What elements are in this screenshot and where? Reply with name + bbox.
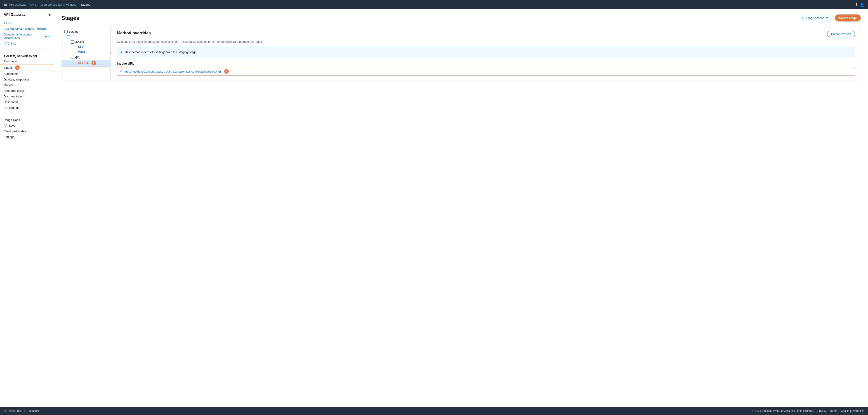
staging-label: staging	[69, 30, 79, 33]
cookie-preferences-link[interactable]: Cookie preferences	[841, 409, 864, 413]
breadcrumb-api-name[interactable]: fcj-serverless-api (ftty6fqyc0)	[40, 3, 77, 6]
invoke-url-section: Invoke URL ⧉ https://ftty6fqyc0.execute-…	[117, 62, 855, 76]
page-header: Stages Stage actions ▼ Create stage	[61, 14, 861, 22]
tree-item-root[interactable]: − /	[62, 34, 111, 39]
sidebar: API Gateway ◀ APIs Custom domain names U…	[0, 9, 54, 407]
sidebar-item-vpc-links[interactable]: VPC links	[0, 41, 54, 46]
sidebar-item-settings[interactable]: Settings	[0, 134, 54, 140]
sidebar-item-usage-plans[interactable]: Usage plans	[0, 117, 54, 123]
new-badge: New	[43, 35, 51, 38]
split-panel: − staging − / − /books GET	[61, 26, 861, 81]
detail-actions: Create override	[827, 31, 855, 37]
invoke-url-label: Invoke URL	[117, 62, 855, 65]
sidebar-collapse-icon[interactable]: ◀	[48, 13, 51, 17]
detail-panel: Method overrides Create override By defa…	[112, 26, 861, 80]
sidebar-item-custom-domain[interactable]: Custom domain names Updated	[0, 26, 54, 32]
breadcrumb-apis[interactable]: APIs	[30, 3, 36, 6]
sidebar-item-apis[interactable]: APIs	[0, 20, 54, 26]
page-actions: Stage actions ▼ Create stage	[802, 14, 861, 22]
top-nav: ☰ API Gateway › APIs › fcj-serverless-ap…	[0, 0, 868, 9]
tree-resizer[interactable]: ⋮	[110, 26, 111, 80]
sidebar-bottom-section: Usage plans API keys Client certificates…	[0, 116, 54, 140]
tree-item-staging[interactable]: − staging	[62, 29, 111, 34]
sidebar-item-models[interactable]: Models	[0, 82, 54, 88]
books-label: /books	[75, 40, 84, 44]
sidebar-title-text: API Gateway	[4, 13, 26, 17]
invoke-url-box: ⧉ https://ftty6fqyc0.execute-api.us-east…	[117, 67, 855, 76]
sidebar-authorizers-label: Authorizers	[4, 72, 19, 75]
sidebar-item-client-certificates[interactable]: Client certificates	[0, 128, 54, 134]
info-circle-icon: ℹ	[121, 50, 122, 54]
terminal-icon: ⬛	[4, 409, 7, 413]
sidebar-item-domain-access[interactable]: Domain name access associations New	[0, 32, 54, 41]
info-icon[interactable]: ℹ	[856, 2, 857, 7]
sidebar-custom-domain-label: Custom domain names	[4, 27, 34, 31]
tree-item-delete[interactable]: DELETE 2	[62, 60, 111, 66]
sidebar-item-dashboard[interactable]: Dashboard	[0, 99, 54, 105]
breadcrumb-current: Stages	[81, 3, 90, 6]
main-layout: API Gateway ◀ APIs Custom domain names U…	[0, 9, 868, 407]
hamburger-icon[interactable]: ☰	[4, 2, 7, 7]
books-expand-icon: −	[71, 40, 74, 44]
stage-actions-label: Stage actions	[806, 16, 824, 20]
footer-left: ⬛ CloudShell | Feedback	[4, 409, 39, 413]
cloudshell-button[interactable]: ⬛ CloudShell	[4, 409, 22, 413]
nav-left: ☰ API Gateway › APIs › fcj-serverless-ap…	[4, 2, 90, 7]
sidebar-usage-plans-label: Usage plans	[4, 118, 20, 122]
tree-item-post[interactable]: POST	[62, 50, 111, 55]
sidebar-documentation-label: Documentation	[4, 95, 23, 98]
user-icon[interactable]: 👤	[860, 2, 864, 7]
delete-label: DELETE	[78, 62, 89, 65]
create-override-label: Create override	[831, 32, 851, 36]
tree-item-books[interactable]: − /books	[62, 39, 111, 44]
stage-actions-button[interactable]: Stage actions ▼	[802, 15, 832, 21]
sidebar-api-settings-label: API settings	[4, 106, 19, 109]
invoke-url-text[interactable]: https://ftty6fqyc0.execute-api.us-east-1…	[124, 70, 221, 73]
copy-icon[interactable]: ⧉	[120, 70, 122, 73]
footer-right: © 2024, Amazon Web Services, Inc. or its…	[752, 409, 864, 413]
sidebar-item-resources[interactable]: Resources	[0, 59, 54, 64]
sidebar-models-label: Models	[4, 84, 13, 87]
breadcrumb: API Gateway › APIs › fcj-serverless-api …	[9, 3, 90, 6]
page-title: Stages	[61, 15, 79, 21]
sidebar-settings-label: Settings	[4, 135, 14, 138]
sidebar-apis-label: APIs	[4, 22, 10, 25]
info-banner-text: This method inherits its settings from t…	[124, 51, 197, 54]
create-stage-button[interactable]: Create stage	[835, 14, 861, 22]
detail-header-row: Method overrides Create override	[117, 31, 855, 40]
privacy-link[interactable]: Privacy	[817, 409, 826, 413]
terms-link[interactable]: Terms	[830, 409, 837, 413]
breadcrumb-api-gateway[interactable]: API Gateway	[9, 3, 26, 6]
sidebar-api-keys-label: API keys	[4, 124, 15, 127]
footer-divider: |	[24, 409, 25, 413]
nav-right: ℹ 👤	[856, 2, 864, 7]
main-content: Stages Stage actions ▼ Create stage	[54, 9, 868, 407]
create-override-button[interactable]: Create override	[827, 31, 855, 37]
sidebar-dashboard-label: Dashboard	[4, 100, 18, 104]
create-stage-label: Create stage	[839, 16, 857, 20]
step-2-badge: 2	[92, 61, 96, 65]
detail-subtitle: By default, methods inherit stage-level …	[117, 40, 855, 43]
sidebar-item-gateway-responses[interactable]: Gateway responses	[0, 76, 54, 82]
sidebar-item-api-settings[interactable]: API settings	[0, 105, 54, 110]
breadcrumb-sep-3: ›	[79, 3, 80, 6]
tree-item-id-resource[interactable]: − /{id}	[62, 55, 111, 60]
staging-expand-icon: −	[64, 30, 68, 33]
sidebar-item-authorizers[interactable]: Authorizers	[0, 71, 54, 76]
content-inner: Stages Stage actions ▼ Create stage	[54, 9, 868, 86]
sidebar-item-api-keys[interactable]: API keys	[0, 123, 54, 128]
id-label: /{id}	[75, 55, 80, 59]
breadcrumb-sep-1: ›	[28, 3, 29, 6]
footer: ⬛ CloudShell | Feedback © 2024, Amazon W…	[0, 407, 868, 415]
root-label: /	[72, 35, 72, 38]
chevron-down-icon: ▼	[826, 16, 829, 20]
feedback-label[interactable]: Feedback	[28, 409, 39, 413]
updated-badge: Updated	[36, 27, 48, 30]
step-1-badge: 1	[15, 65, 20, 70]
sidebar-item-stages[interactable]: Stages 1	[0, 64, 54, 71]
sidebar-client-certs-label: Client certificates	[4, 129, 26, 133]
sidebar-item-resource-policy[interactable]: Resource policy	[0, 88, 54, 94]
get-label: GET	[78, 45, 84, 49]
tree-item-get[interactable]: GET	[62, 44, 111, 50]
sidebar-item-documentation[interactable]: Documentation	[0, 94, 54, 99]
